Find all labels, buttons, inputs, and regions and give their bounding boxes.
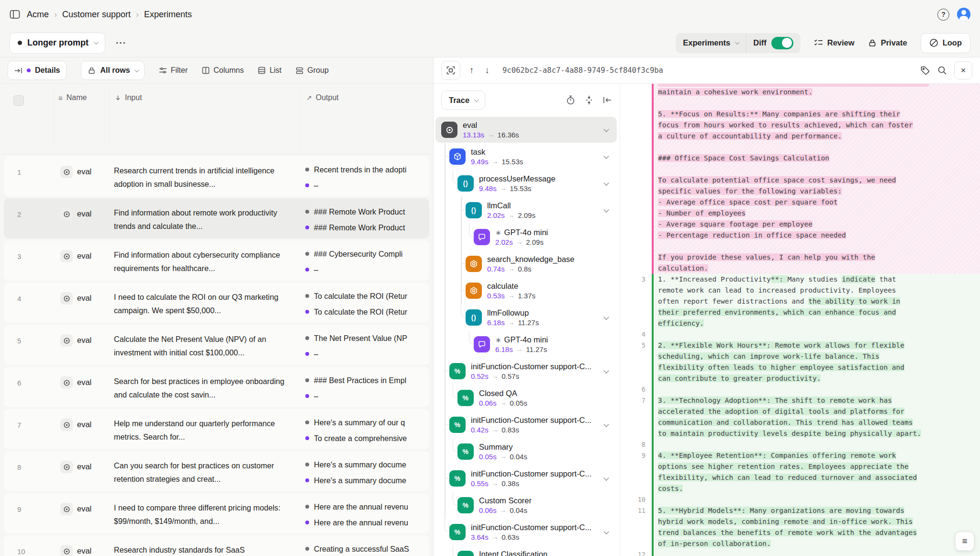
percent-span-icon: % [457, 551, 474, 556]
collapse-panel-button[interactable] [603, 96, 612, 104]
view-selector[interactable]: Experiments [676, 38, 746, 47]
trace-span-row[interactable]: ()llmCall2.02s→2.09s [434, 197, 620, 224]
private-button[interactable]: Private [868, 38, 907, 47]
avatar[interactable] [957, 8, 970, 21]
trace-span-row[interactable]: search_knowledge_base0.74s→0.8s [434, 250, 620, 277]
trace-span-row[interactable]: %initFunction-Customer support-C...3.64s… [434, 519, 620, 545]
next-row-button[interactable]: ↓ [483, 65, 492, 76]
expand-trace-button[interactable] [441, 61, 460, 80]
row-input: I need to compare three different pricin… [114, 493, 305, 533]
span-info: initFunction-Customer support-C...0.52s→… [471, 362, 591, 381]
chevron-down-icon[interactable] [603, 207, 609, 212]
diff-line [658, 142, 980, 153]
row-number: 10 [4, 535, 60, 556]
trace-span-row[interactable]: %initFunction-Customer support-C...0.52s… [434, 358, 620, 385]
diff-toggle[interactable] [771, 37, 793, 49]
line-number [620, 538, 652, 549]
chevron-down-icon[interactable] [603, 529, 609, 534]
eval-icon [60, 376, 73, 389]
line-number: 4 [620, 329, 652, 340]
table-row[interactable]: 5evalCalculate the Net Present Value (NP… [4, 325, 429, 365]
table-row[interactable]: 6evalSearch for best practices in employ… [4, 367, 429, 407]
timing-toggle-button[interactable] [566, 95, 575, 105]
diff-line [658, 98, 980, 109]
loop-button[interactable]: Loop [921, 33, 970, 53]
table-row[interactable]: 10evalResearch industry standards for Sa… [4, 535, 429, 556]
trace-span-row[interactable]: %Closed QA0.06s→0.05s [434, 385, 620, 411]
baseline-dot [305, 420, 309, 424]
trace-span-row[interactable]: eval13.13s→16.36s [434, 116, 620, 143]
row-name-cell: eval [60, 367, 114, 407]
row-name-cell: eval [60, 451, 114, 491]
trace-span-row[interactable]: %initFunction-Customer support-C...0.55s… [434, 465, 620, 492]
column-header-name[interactable]: ≡ Name [58, 93, 87, 102]
chevron-down-icon[interactable] [603, 475, 609, 480]
trace-view-selector[interactable]: Trace [441, 91, 485, 110]
table-row[interactable]: 4evalI need to calculate the ROI on our … [4, 283, 429, 323]
sidebar-toggle-icon[interactable] [10, 10, 20, 19]
review-button[interactable]: Review [814, 38, 855, 47]
breadcrumb-project[interactable]: Customer support [62, 10, 131, 20]
breadcrumb-section[interactable]: Experiments [144, 10, 192, 20]
chevron-down-icon[interactable] [603, 314, 609, 319]
trace-span-row[interactable]: ∗GPT-4o mini2.02s→2.09s [434, 224, 620, 250]
previous-row-button[interactable]: ↑ [468, 65, 476, 76]
span-name: initFunction-Customer support-C... [471, 522, 591, 533]
breadcrumb-org[interactable]: Acme [27, 10, 49, 20]
arrow-right-icon: → [492, 372, 499, 381]
group-label: Group [307, 66, 328, 75]
tag-button[interactable] [920, 66, 930, 76]
percent-span-icon: % [457, 497, 474, 513]
chevron-down-icon[interactable] [603, 368, 609, 373]
search-button[interactable] [937, 66, 947, 75]
chevron-down-icon[interactable] [603, 421, 609, 427]
column-header-output[interactable]: ↗ Output [306, 93, 339, 102]
row-name-cell: eval [60, 535, 114, 556]
table-row[interactable]: 8evalCan you search for best practices o… [4, 451, 429, 491]
divider [54, 89, 54, 149]
table-row[interactable]: 7evalHelp me understand our quarterly pe… [4, 409, 429, 449]
filter-button[interactable]: Filter [159, 66, 188, 75]
trace-span-row[interactable]: task9.49s→15.53s [434, 143, 620, 170]
baseline-duration: 0.53s [487, 291, 505, 301]
fit-view-button[interactable] [585, 95, 593, 105]
table-row[interactable]: 3evalFind information about cybersecurit… [4, 240, 429, 281]
trace-span-row[interactable]: ∗GPT-4o mini6.18s→11.27s [434, 331, 620, 358]
trace-span-row[interactable]: %Summary0.05s→0.04s [434, 438, 620, 465]
diff-line: efficiency. [658, 318, 980, 329]
trace-span-row[interactable]: %initFunction-Customer support-C...0.42s… [434, 411, 620, 438]
chevron-down-icon[interactable] [603, 180, 609, 185]
percent-span-icon: % [457, 390, 474, 406]
trace-span-row[interactable]: %Custom Scorer0.06s→0.04s [434, 492, 620, 519]
span-name: Summary [479, 442, 527, 452]
comparison-dot [305, 310, 309, 314]
select-all-checkbox[interactable] [13, 95, 24, 106]
rows-filter-button[interactable]: All rows [81, 61, 144, 80]
more-options-button[interactable]: ··· [116, 38, 126, 48]
experiment-selector[interactable]: Longer prompt [10, 33, 105, 54]
search-icon [937, 66, 947, 75]
trace-span-row[interactable]: ()processUserMessage9.48s→15.53s [434, 170, 620, 197]
column-header-input[interactable]: Input [115, 93, 142, 102]
details-button[interactable]: Details [8, 61, 67, 80]
eval-icon [60, 208, 73, 220]
trace-span-row[interactable]: %Intent Classification0.13s→0.08s [434, 545, 620, 556]
help-icon[interactable]: ? [937, 9, 949, 21]
trace-span-row[interactable]: calculate0.53s→1.37s [434, 277, 620, 304]
diff-outline-button[interactable]: ≡ [955, 532, 974, 551]
comparison-duration: 11.27s [518, 318, 539, 328]
table-row[interactable]: 9evalI need to compare three different p… [4, 493, 429, 533]
columns-button[interactable]: Columns [202, 66, 244, 75]
group-button[interactable]: Group [296, 66, 328, 75]
list-button[interactable]: List [258, 66, 281, 75]
table-row[interactable]: 1evalResearch current trends in artifici… [4, 156, 429, 196]
row-output: Here are the annual revenuHere are the a… [305, 493, 429, 533]
comparison-dot [305, 352, 309, 356]
close-panel-button[interactable]: × [954, 61, 972, 79]
span-name: processUserMessage [479, 174, 556, 184]
chevron-down-icon[interactable] [603, 153, 609, 159]
diff-line: 5. **Focus on Results:** Many companies … [658, 109, 980, 120]
table-row[interactable]: 2evalFind information about remote work … [4, 198, 429, 238]
trace-span-row[interactable]: ()llmFollowup6.18s→11.27s [434, 304, 620, 331]
comparison-dot [305, 436, 309, 440]
